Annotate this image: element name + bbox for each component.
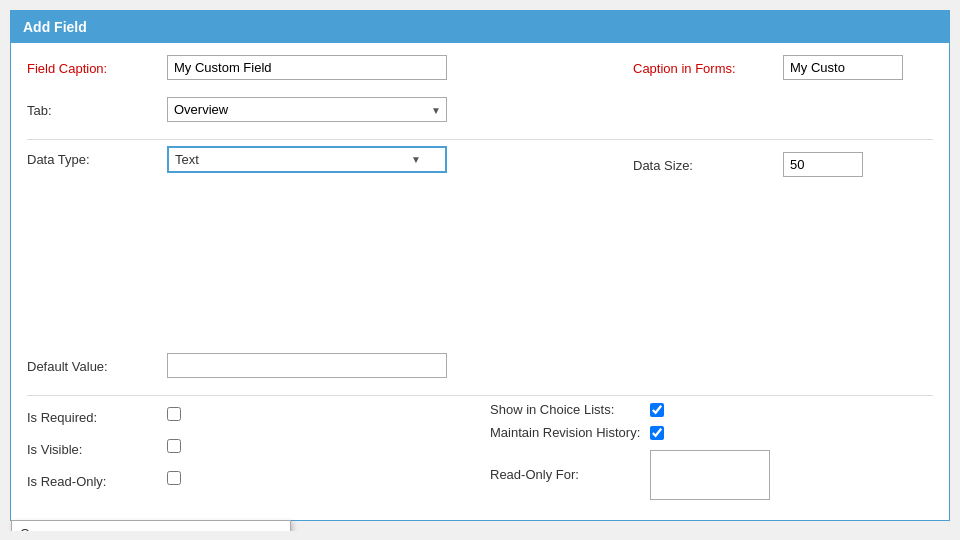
data-size-label: Data Size: <box>633 152 783 173</box>
panel-title: Add Field <box>23 19 87 35</box>
tab-label: Tab: <box>27 97 167 118</box>
is-visible-label: Is Visible: <box>27 436 167 457</box>
is-read-only-label: Is Read-Only: <box>27 468 167 489</box>
is-required-label: Is Required: <box>27 404 167 425</box>
data-size-input-col <box>783 152 933 177</box>
data-type-input-col: Text ▼ Currency Date HTML Memo Memo Mult… <box>167 146 613 173</box>
data-type-arrow-icon: ▼ <box>411 154 421 165</box>
right-col: Show in Choice Lists: Maintain Revision … <box>470 402 933 508</box>
caption-in-forms-input-col <box>783 55 933 80</box>
add-field-panel: Add Field Field Caption: Caption in Form… <box>10 10 950 521</box>
divider-1 <box>27 139 933 140</box>
default-value-label: Default Value: <box>27 353 167 374</box>
caption-in-forms-section: Caption in Forms: <box>633 55 933 80</box>
field-caption-label: Field Caption: <box>27 55 167 76</box>
is-visible-checkbox[interactable] <box>167 439 181 453</box>
read-only-for-label: Read-Only For: <box>490 467 650 482</box>
default-value-row: Default Value: <box>27 353 933 385</box>
data-type-selected-text: Text <box>175 152 199 167</box>
field-caption-input-col <box>167 55 613 80</box>
field-caption-input[interactable] <box>167 55 447 80</box>
show-in-choice-lists-row: Show in Choice Lists: <box>490 402 933 417</box>
read-only-for-row: Read-Only For: <box>490 450 933 500</box>
is-required-checkbox[interactable] <box>167 407 181 421</box>
panel-header: Add Field <box>11 11 949 43</box>
tab-select[interactable]: Overview Details Custom <box>167 97 447 122</box>
data-type-label: Data Type: <box>27 146 167 167</box>
dropdown-spacer <box>27 178 933 373</box>
tab-input-col: Overview Details Custom ▼ <box>167 97 933 122</box>
main-container: Add Field Field Caption: Caption in Form… <box>0 0 960 531</box>
is-read-only-checkbox[interactable] <box>167 471 181 485</box>
left-col: Is Required: Is Visible: Is Read-Only: <box>27 402 470 498</box>
read-only-for-textarea[interactable] <box>650 450 770 500</box>
dropdown-item-currency[interactable]: Currency <box>12 521 290 531</box>
caption-in-forms-label: Caption in Forms: <box>633 55 783 76</box>
bottom-row: Is Required: Is Visible: Is Read-Only: <box>27 402 933 508</box>
is-read-only-row: Is Read-Only: <box>27 466 470 490</box>
divider-2 <box>27 395 933 396</box>
is-required-row: Is Required: <box>27 402 470 426</box>
data-type-dropdown: Currency Date HTML Memo Memo Multi Choic… <box>11 520 291 531</box>
caption-in-forms-input[interactable] <box>783 55 903 80</box>
data-size-input[interactable] <box>783 152 863 177</box>
data-size-section: Data Size: <box>633 146 933 177</box>
maintain-revision-history-label: Maintain Revision History: <box>490 425 650 442</box>
tab-select-wrapper: Overview Details Custom ▼ <box>167 97 447 122</box>
show-in-choice-lists-label: Show in Choice Lists: <box>490 402 650 417</box>
maintain-revision-history-row: Maintain Revision History: <box>490 425 933 442</box>
data-type-selected-display[interactable]: Text ▼ <box>167 146 447 173</box>
tab-row: Tab: Overview Details Custom ▼ <box>27 97 933 129</box>
default-value-input-col <box>167 353 933 378</box>
maintain-revision-history-checkbox[interactable] <box>650 426 664 440</box>
default-value-input[interactable] <box>167 353 447 378</box>
show-in-choice-lists-checkbox[interactable] <box>650 403 664 417</box>
data-type-row: Data Type: Text ▼ Currency Date HTML Mem… <box>27 146 933 178</box>
field-caption-row: Field Caption: Caption in Forms: <box>27 55 933 87</box>
panel-body: Field Caption: Caption in Forms: Tab: <box>11 43 949 520</box>
is-visible-row: Is Visible: <box>27 434 470 458</box>
